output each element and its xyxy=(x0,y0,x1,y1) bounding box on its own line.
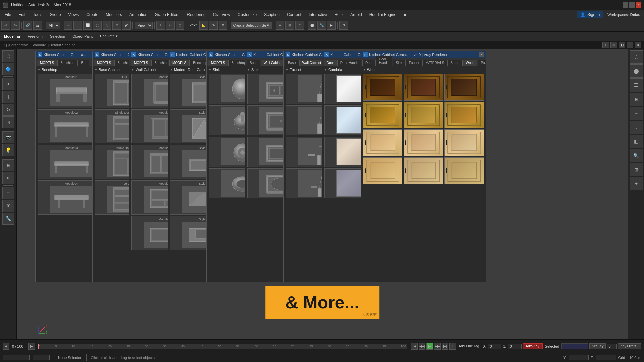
tl-autokey-button[interactable]: Auto Key xyxy=(523,343,543,349)
rotate-button[interactable]: ↻ xyxy=(166,21,175,30)
workspace-selector[interactable]: Workspaces: Default xyxy=(607,13,643,17)
menu-interactive[interactable]: Interactive xyxy=(305,11,330,18)
move-tool[interactable]: ✛ xyxy=(2,91,14,103)
pw1-tab-models[interactable]: MODELS xyxy=(37,60,57,66)
scale-tool[interactable]: ⊡ xyxy=(2,116,14,128)
pw9-tab-faucet[interactable]: Faucet xyxy=(406,60,422,66)
align-button[interactable]: ⊞ xyxy=(285,21,294,30)
menu-content[interactable]: Content xyxy=(284,11,305,18)
render-setup[interactable]: 🔧 xyxy=(317,21,326,30)
toolbar2-populate[interactable]: Populate ▾ xyxy=(98,33,119,39)
menu-views[interactable]: Views xyxy=(65,11,82,18)
menu-file[interactable]: File xyxy=(1,11,14,18)
tl-next-btn[interactable]: ▶ xyxy=(28,343,35,350)
pw9-tab-pa[interactable]: Pa... xyxy=(478,60,486,66)
pw9-mat-1[interactable] xyxy=(363,74,402,101)
lasso-select-button[interactable]: 𝓛 xyxy=(112,21,121,30)
tl-frames-input[interactable] xyxy=(508,344,522,349)
pw6-tab-wall[interactable]: Wall Cabinet xyxy=(261,60,285,66)
view-dropdown[interactable]: View xyxy=(135,22,153,29)
move-button[interactable]: ✛ xyxy=(156,21,165,30)
pw7-tab-wall[interactable]: Wall Cabinet xyxy=(299,60,324,66)
pw4-tab-models[interactable]: MODELS xyxy=(169,60,190,66)
command-input[interactable]: delete $ xyxy=(3,355,30,360)
pw9-mat-4[interactable] xyxy=(363,102,402,128)
y-input[interactable] xyxy=(569,355,589,360)
create-selection-button[interactable]: Create Selection Se▼ xyxy=(231,22,272,29)
viewport-mode-button[interactable]: ⊞ xyxy=(610,42,617,48)
menu-animation[interactable]: Animation xyxy=(126,11,151,18)
helpers-btn[interactable]: ⊕ xyxy=(2,159,14,171)
tl-track[interactable]: 0 5 10 15 20 25 30 35 40 45 50 55 60 65 … xyxy=(38,344,407,349)
layer-manager[interactable]: ≡ xyxy=(295,21,304,30)
pw6-tab-base[interactable]: Base xyxy=(247,60,260,66)
pw1-tab-benchtop[interactable]: Benchtop xyxy=(57,60,77,66)
rotate-tool[interactable]: ↻ xyxy=(2,104,14,116)
pw9-mat-7[interactable] xyxy=(363,129,402,156)
lights-btn[interactable]: 💡 xyxy=(2,144,14,156)
quick-render[interactable]: ▶ xyxy=(327,21,336,30)
pw2-tab-models[interactable]: MODELS xyxy=(94,60,114,66)
tl-key-next-btn[interactable]: ▶▶ xyxy=(434,343,441,350)
settings-button[interactable]: ⚙ xyxy=(339,21,348,30)
pw5-tab-models[interactable]: MODELS xyxy=(208,60,228,66)
pw3-tab-models[interactable]: MODELS xyxy=(131,60,151,66)
cameras-btn[interactable]: 📷 xyxy=(2,131,14,143)
maximize-button[interactable]: □ xyxy=(629,2,635,8)
menu-more[interactable]: ▶ xyxy=(400,11,410,18)
rs-btn-7[interactable]: ◧ xyxy=(630,135,643,148)
pw8-tab-handle[interactable]: Door Handle xyxy=(337,60,362,66)
tl-add-time-btn[interactable]: + xyxy=(449,343,456,350)
pw9-mat-3[interactable] xyxy=(444,74,484,101)
layer-btn[interactable]: ≡ xyxy=(2,187,14,199)
menu-scripting[interactable]: Scripting xyxy=(261,11,283,18)
tl-position-input[interactable] xyxy=(488,344,501,349)
toolbar2-modeling[interactable]: Modeling xyxy=(2,33,22,39)
pw9-mat-9[interactable] xyxy=(444,129,484,156)
viewport-quality-button[interactable]: ★ xyxy=(635,42,641,48)
menu-arnold[interactable]: Arnold xyxy=(347,11,365,18)
unlink-button[interactable]: ⛓ xyxy=(33,21,42,30)
menu-edit[interactable]: Edit xyxy=(15,11,29,18)
material-editor[interactable]: ⬤ xyxy=(308,21,316,30)
menu-civil-view[interactable]: Civil View xyxy=(210,11,234,18)
menu-houdini[interactable]: Houdini Engine xyxy=(366,11,400,18)
pw9-tab-sink[interactable]: Sink xyxy=(393,60,405,66)
pw9-tab-wood[interactable]: Wood xyxy=(463,60,478,66)
pw9-mat-8[interactable] xyxy=(404,129,443,156)
menu-group[interactable]: Group xyxy=(46,11,64,18)
pw9-mat-6[interactable] xyxy=(444,102,484,128)
menu-modifiers[interactable]: Modifiers xyxy=(102,11,125,18)
value-input[interactable]: true xyxy=(33,355,50,360)
rs-btn-6[interactable]: ↕ xyxy=(630,121,643,134)
pw9-mat-12[interactable] xyxy=(444,157,484,184)
select-tool[interactable]: ✦ xyxy=(2,78,14,90)
toolbar2-selection[interactable]: Selection xyxy=(48,33,67,39)
rs-btn-4[interactable]: ⊕ xyxy=(630,93,643,106)
pw9-tab-handle[interactable]: Door Handle xyxy=(376,56,393,66)
display-btn[interactable]: 👁 xyxy=(2,200,14,212)
angle-snap-button[interactable]: 📐 xyxy=(199,21,208,30)
pw9-mat-10[interactable] xyxy=(363,157,402,184)
menu-create[interactable]: Create xyxy=(83,11,102,18)
rs-btn-5[interactable]: ↔ xyxy=(630,107,643,120)
toolbar2-object-paint[interactable]: Object Paint xyxy=(70,33,95,39)
pw1-tab-more[interactable]: B... xyxy=(78,60,89,66)
spinner-snap-button[interactable]: ⊕ xyxy=(219,21,227,30)
menu-graph-editors[interactable]: Graph Editors xyxy=(151,11,183,18)
utilities-btn[interactable]: 🔧 xyxy=(2,213,14,225)
close-button[interactable]: × xyxy=(636,2,641,8)
tl-key-prev-btn[interactable]: ◀◀ xyxy=(419,343,425,350)
signin-button[interactable]: 👤 Sign In xyxy=(577,11,603,18)
rs-btn-8[interactable]: 🔍 xyxy=(630,149,643,162)
pw8-tab-door[interactable]: Door xyxy=(324,60,337,66)
link-button[interactable]: 🔗 xyxy=(23,21,32,30)
create-geometry[interactable]: ⬡ xyxy=(2,50,14,62)
paint-select-button[interactable]: 🖌 xyxy=(122,21,131,30)
menu-tools[interactable]: Tools xyxy=(30,11,46,18)
selection-filter-dropdown[interactable]: All xyxy=(46,22,60,29)
pw7-tab-base[interactable]: Base xyxy=(285,60,299,66)
pw9-tab-door[interactable]: Door xyxy=(362,60,376,66)
mirror-button[interactable]: ⇔ xyxy=(276,21,284,30)
tl-key-end-btn[interactable]: ▶| xyxy=(442,343,448,350)
